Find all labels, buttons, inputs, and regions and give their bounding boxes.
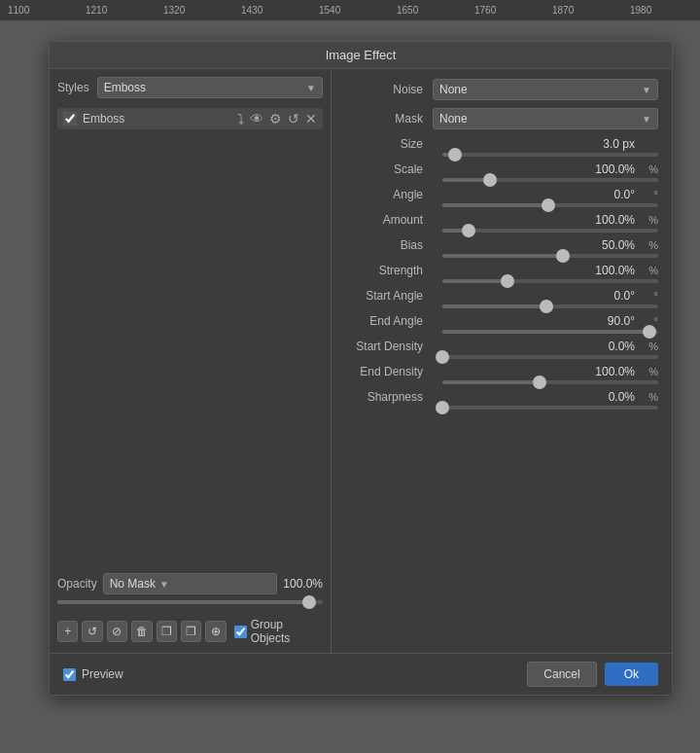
slider-track-10[interactable] xyxy=(442,406,658,410)
param-label-4: Bias xyxy=(345,238,433,252)
param-row-9: End Density100.0%% xyxy=(345,365,658,384)
param-row-6: Start Angle0.0°° xyxy=(345,289,658,308)
slider-fill-9 xyxy=(442,380,540,384)
param-label-2: Angle xyxy=(345,188,433,201)
settings-icon[interactable]: ⚙ xyxy=(269,112,282,126)
slider-thumb-2[interactable] xyxy=(542,198,555,212)
undo-button[interactable]: ↺ xyxy=(82,621,102,642)
slider-thumb-3[interactable] xyxy=(462,224,475,237)
delete-effect-button[interactable]: 🗑 xyxy=(131,621,152,642)
slider-thumb-4[interactable] xyxy=(556,249,570,263)
slider-thumb-5[interactable] xyxy=(501,274,514,288)
param-value-6: 0.0° xyxy=(433,289,635,303)
param-value-4: 50.0% xyxy=(433,238,635,252)
copy-effect-button[interactable]: ❐ xyxy=(157,621,177,642)
styles-select[interactable]: Emboss ▼ xyxy=(97,77,323,98)
slider-thumb-9[interactable] xyxy=(533,376,546,389)
mask-select[interactable]: None ▼ xyxy=(433,108,658,129)
param-label-7: End Angle xyxy=(345,314,433,328)
ruler: 1100121013201430154016501760187019802090… xyxy=(0,0,700,21)
param-label-5: Strength xyxy=(345,264,433,277)
slider-fill-4 xyxy=(442,254,563,258)
opacity-slider-row xyxy=(57,600,323,608)
param-unit-2: ° xyxy=(639,189,658,200)
preview-label: Preview xyxy=(82,667,123,681)
left-panel: Styles Emboss ▼ Emboss ⤵ 👁 ⚙ ↺ ✕ xyxy=(50,69,332,653)
right-panel: Noise None ▼ Mask None ▼ Size3.0 pxScale… xyxy=(332,69,672,653)
ruler-tick: 1650 xyxy=(397,5,474,16)
opacity-slider-track[interactable] xyxy=(57,600,323,604)
slider-track-6[interactable] xyxy=(442,305,658,308)
param-unit-4: % xyxy=(639,239,658,251)
ruler-tick: 1430 xyxy=(241,5,319,16)
ruler-tick: 1210 xyxy=(86,5,163,16)
slider-fill-7 xyxy=(442,330,649,334)
group-objects-checkbox[interactable] xyxy=(234,626,247,638)
slider-track-1[interactable] xyxy=(442,178,658,182)
opacity-mask-select[interactable]: No Mask ▼ xyxy=(103,573,278,594)
param-label-0: Size xyxy=(345,137,433,151)
ruler-tick: 1320 xyxy=(163,5,241,16)
slider-track-4[interactable] xyxy=(442,254,658,258)
slider-thumb-0[interactable] xyxy=(448,148,462,161)
param-row-7: End Angle90.0°° xyxy=(345,314,658,334)
param-label-8: Start Density xyxy=(345,340,433,353)
slider-thumb-10[interactable] xyxy=(436,401,449,414)
cancel-effect-button[interactable]: ⊘ xyxy=(107,621,127,642)
slider-track-9[interactable] xyxy=(442,380,658,384)
param-unit-5: % xyxy=(639,265,658,276)
group-objects-label: Group Objects xyxy=(251,618,323,645)
slider-track-0[interactable] xyxy=(442,153,658,157)
styles-value: Emboss xyxy=(104,81,146,94)
param-label-3: Amount xyxy=(345,213,433,227)
slider-fill-6 xyxy=(442,305,546,308)
param-label-9: End Density xyxy=(345,365,433,378)
image-effect-dialog: Image Effect Styles Emboss ▼ Emboss ⤵ 👁 … xyxy=(49,41,673,696)
paste-effect-button[interactable]: ❐ xyxy=(181,621,201,642)
param-value-8: 0.0% xyxy=(433,340,635,353)
eye-icon[interactable]: 👁 xyxy=(250,112,263,126)
effect-icons: ⤵ 👁 ⚙ ↺ ✕ xyxy=(237,112,317,126)
slider-thumb-1[interactable] xyxy=(483,173,497,187)
slider-track-8[interactable] xyxy=(442,355,658,359)
dialog-body: Styles Emboss ▼ Emboss ⤵ 👁 ⚙ ↺ ✕ xyxy=(50,69,672,653)
ruler-tick: 1980 xyxy=(630,5,700,16)
slider-thumb-7[interactable] xyxy=(643,325,656,339)
sliders-container: Size3.0 pxScale100.0%%Angle0.0°°Amount10… xyxy=(345,137,658,415)
opacity-slider-fill xyxy=(57,600,309,604)
opacity-value: 100.0% xyxy=(283,577,323,591)
param-value-7: 90.0° xyxy=(433,314,635,328)
param-row-8: Start Density0.0%% xyxy=(345,340,658,359)
param-value-1: 100.0% xyxy=(433,162,635,176)
left-toolbar: + ↺ ⊘ 🗑 ❐ ❐ ⊕ Group Objects xyxy=(57,612,323,645)
param-row-1: Scale100.0%% xyxy=(345,162,658,182)
noise-value: None xyxy=(439,83,468,96)
enter-icon[interactable]: ⤵ xyxy=(237,112,244,126)
effect-checkbox[interactable] xyxy=(63,112,77,126)
param-label-10: Sharpness xyxy=(345,390,433,404)
slider-track-2[interactable] xyxy=(442,203,658,207)
add-effect-button[interactable]: + xyxy=(57,621,78,642)
param-value-5: 100.0% xyxy=(433,264,635,277)
opacity-slider-thumb[interactable] xyxy=(302,595,316,609)
cancel-button[interactable]: Cancel xyxy=(527,662,596,687)
param-unit-9: % xyxy=(639,366,658,377)
param-row-10: Sharpness0.0%% xyxy=(345,390,658,410)
param-row-3: Amount100.0%% xyxy=(345,213,658,233)
add-circle-button[interactable]: ⊕ xyxy=(205,621,226,642)
noise-select[interactable]: None ▼ xyxy=(433,79,658,100)
opacity-label: Opacity xyxy=(57,577,97,591)
slider-thumb-8[interactable] xyxy=(436,350,449,364)
param-value-9: 100.0% xyxy=(433,365,635,378)
slider-thumb-6[interactable] xyxy=(540,300,553,313)
slider-track-5[interactable] xyxy=(442,279,658,283)
ok-button[interactable]: Ok xyxy=(605,663,658,686)
slider-track-3[interactable] xyxy=(442,229,658,233)
preview-checkbox[interactable] xyxy=(63,668,76,681)
slider-track-7[interactable] xyxy=(442,330,658,334)
reset-icon[interactable]: ↺ xyxy=(288,112,299,126)
slider-fill-2 xyxy=(442,203,548,207)
close-icon[interactable]: ✕ xyxy=(305,112,317,126)
effect-item: Emboss ⤵ 👁 ⚙ ↺ ✕ xyxy=(57,108,323,129)
ruler-tick: 1100 xyxy=(8,5,86,16)
